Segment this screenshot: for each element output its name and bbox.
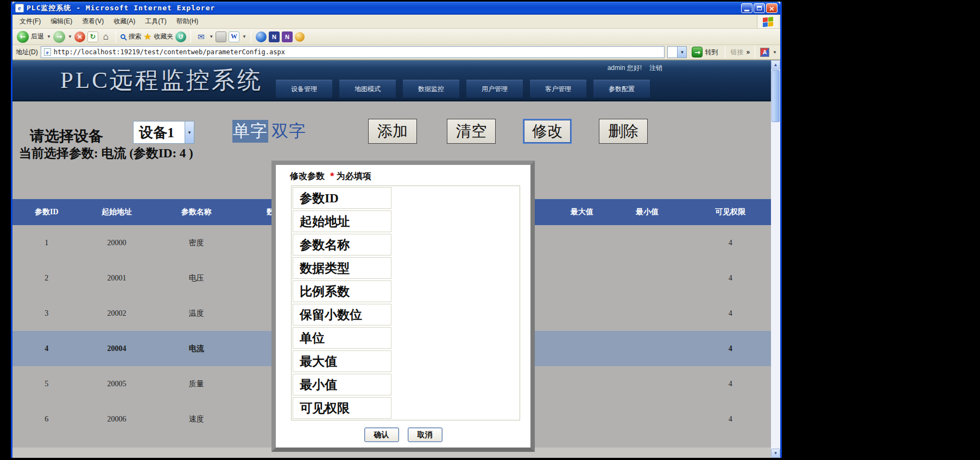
edit-word-button[interactable]: W ▼ [229,31,246,42]
menu-item[interactable]: 编辑(E) [46,17,77,26]
windows-flag-icon [763,17,773,27]
print-button[interactable] [216,31,226,42]
chevron-down-icon[interactable]: ▼ [773,50,777,55]
vertical-scrollbar[interactable]: ▲ ▼ [771,60,780,458]
table-cell: 20001 [81,274,153,283]
page-content: PLC远程监控系统 admin 您好! 注销 设备管理地图模式数据监控用户管理客… [12,60,771,458]
modal-field-label: 参数ID [293,187,391,209]
site-title: PLC远程监控系统 [60,65,263,96]
delete-button[interactable]: 删除 [599,119,648,144]
table-cell: 20000 [81,239,153,247]
back-button[interactable]: ← 后退 ▼ [17,31,51,43]
chevron-down-icon[interactable]: ▼ [242,34,246,39]
scroll-up-icon[interactable]: ▲ [771,60,780,69]
chevron-down-icon[interactable]: ▼ [209,34,213,39]
mail-button[interactable]: ✉ ▼ [195,31,213,42]
home-button[interactable]: ⌂ [100,31,111,42]
modal-field-row: 参数名称 [293,234,519,255]
table-cell: 4 [690,415,770,424]
table-cell: 20006 [81,415,153,424]
modal-field-row: 单位 [293,327,519,349]
menu-item[interactable]: 帮助(H) [172,17,204,26]
tab-double-word[interactable]: 双字 [271,120,307,143]
modal-field-label: 最小值 [293,374,391,395]
table-cell: 20005 [81,380,153,388]
nav-tab[interactable]: 参数配置 [593,80,650,98]
required-note: 为必填项 [336,171,371,182]
minimize-button[interactable] [741,3,753,13]
scroll-down-icon[interactable]: ▼ [771,449,780,458]
app-icon: e [15,4,24,12]
cancel-button[interactable]: 取消 [408,427,442,442]
table-header-cell: 最小值 [605,207,690,217]
chevron-more-icon[interactable]: » [746,48,750,56]
device-select[interactable]: 设备1 ▼ [133,121,194,144]
table-cell: 4 [12,344,81,353]
refresh-button[interactable]: ↻ [87,31,98,42]
nav-tab[interactable]: 地图模式 [339,80,396,98]
page-icon: e [44,48,51,56]
device-select-label: 请选择设备 [30,126,103,146]
address-dropdown[interactable]: ▼ [667,46,687,58]
clear-button[interactable]: 清空 [447,119,496,144]
app-shortcut-button[interactable]: N [282,31,293,42]
modal-field-row: 数据类型 [293,257,519,279]
toolbar-separator [755,46,755,58]
table-cell: 电流 [153,344,240,354]
app-shortcut-button[interactable]: N [269,31,280,42]
menu-item[interactable]: 工具(T) [140,17,171,26]
modal-field-row: 比例系数 [293,280,519,302]
search-button[interactable]: 搜索 [121,32,142,41]
menu-item[interactable]: 收藏(A) [109,17,140,26]
back-label: 后退 [31,32,44,41]
forward-icon: → [53,31,65,43]
scrollbar-thumb[interactable] [772,70,780,122]
go-button[interactable]: → 转到 [690,46,720,58]
menu-bar: 文件(F)编辑(E)查看(V)收藏(A)工具(T)帮助(H) [12,15,780,29]
menu-item[interactable]: 查看(V) [77,17,109,26]
tab-single-word[interactable]: 单字 [232,120,268,143]
toolbar-separator [116,31,116,43]
stop-button[interactable]: × [74,31,85,42]
chevron-down-icon[interactable]: ▼ [68,34,72,39]
pdf-plugin-icon[interactable]: A [760,48,769,57]
chevron-down-icon[interactable]: ▼ [185,122,194,143]
add-button[interactable]: 添加 [368,119,417,144]
search-icon [121,34,125,39]
nav-tab[interactable]: 设备管理 [276,80,332,98]
windows-logo [757,15,779,28]
url-text: http://localhost:19219/test/contentweb/p… [54,48,285,56]
table-cell: 4 [690,239,770,247]
restore-icon [757,6,762,10]
links-label[interactable]: 链接 [730,48,743,57]
nav-tab[interactable]: 客户管理 [530,80,586,98]
modal-field-label: 最大值 [293,350,391,372]
forward-button[interactable]: → ▼ [53,31,72,43]
title-bar: e PLC监控系统 - Microsoft Internet Explorer … [12,2,780,15]
nav-tab[interactable]: 数据监控 [403,80,459,98]
plugin-button[interactable] [295,32,305,42]
site-header: PLC远程监控系统 admin 您好! 注销 设备管理地图模式数据监控用户管理客… [12,60,771,101]
modal-field-row: 可见权限 [293,397,519,419]
modal-field-label: 可见权限 [293,397,391,419]
nav-tab[interactable]: 用户管理 [466,80,523,98]
table-cell: 4 [690,309,770,318]
menu-item[interactable]: 文件(F) [15,17,46,26]
table-cell: 6 [12,415,81,424]
modal-field-label: 数据类型 [293,257,391,279]
confirm-button[interactable]: 确认 [364,427,399,442]
browser-window: e PLC监控系统 - Microsoft Internet Explorer … [11,2,782,458]
history-button[interactable]: ↺ [175,31,186,42]
logout-link[interactable]: 注销 [649,63,662,73]
address-input[interactable]: e http://localhost:19219/test/contentweb… [41,46,665,58]
modify-button[interactable]: 修改 [523,119,572,144]
chevron-down-icon[interactable]: ▼ [677,47,686,58]
close-button[interactable]: × [766,3,777,13]
messenger-button[interactable] [256,31,267,42]
restore-button[interactable] [754,3,765,13]
favorites-button[interactable]: ★ 收藏夹 [144,31,173,42]
edit-parameter-dialog: 修改参数 * 为必填项 参数ID起始地址参数名称数据类型比例系数保留小数位单位最… [271,161,535,452]
toolbar-separator [191,31,191,43]
search-label: 搜索 [129,32,142,41]
chevron-down-icon[interactable]: ▼ [47,34,51,39]
